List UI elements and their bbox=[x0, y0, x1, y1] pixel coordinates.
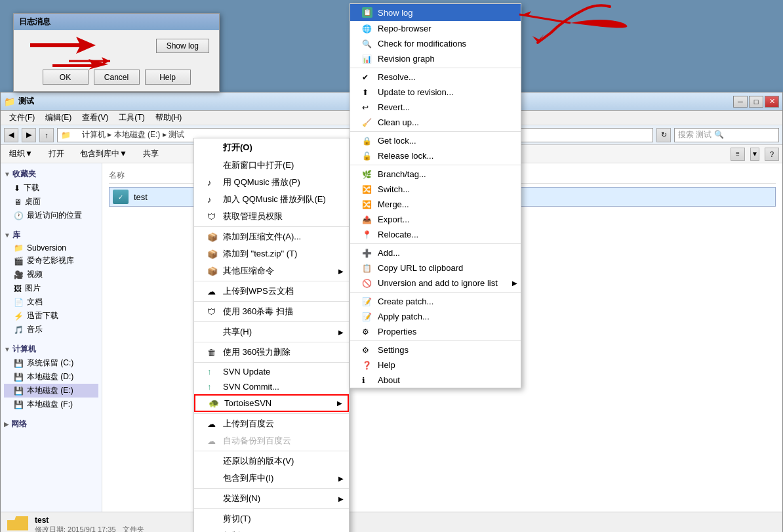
svn-relocate[interactable]: 📍 Relocate... bbox=[350, 227, 521, 242]
forward-button[interactable]: ▶ bbox=[22, 128, 36, 142]
menu-file[interactable]: 文件(F) bbox=[4, 112, 40, 123]
ctx-include-lib[interactable]: 包含到库中(I) ▶ bbox=[194, 470, 349, 487]
qqmusic-queue-icon: ♪ bbox=[207, 195, 218, 205]
sidebar-section-network: ▶ 网络 bbox=[1, 417, 102, 432]
svn-release-lock[interactable]: 🔓 Release lock... bbox=[350, 148, 521, 163]
ctx-admin[interactable]: 🛡 获取管理员权限 bbox=[194, 208, 349, 225]
svn-get-lock[interactable]: 🔒 Get lock... bbox=[350, 133, 521, 148]
svn-apply-patch[interactable]: 📝 Apply patch... bbox=[350, 309, 521, 324]
wps-icon: ☁ bbox=[207, 287, 218, 297]
baidu-upload-icon: ☁ bbox=[207, 419, 218, 429]
help-button[interactable]: Help bbox=[145, 70, 191, 85]
ctx-compress[interactable]: 📦 添加到压缩文件(A)... bbox=[194, 228, 349, 245]
help-icon-button[interactable]: ? bbox=[765, 148, 779, 161]
ctx-open[interactable]: 打开(O) bbox=[194, 138, 349, 157]
ctx-qqmusic-play[interactable]: ♪ 用 QQMusic 播放(P) bbox=[194, 174, 349, 191]
ctx-svn-update[interactable]: ↑ SVN Update bbox=[194, 364, 349, 379]
refresh-button[interactable]: ↻ bbox=[656, 128, 671, 142]
sidebar-item-pictures[interactable]: 🖼图片 bbox=[4, 281, 98, 295]
sidebar-item-video[interactable]: 🎥视频 bbox=[4, 268, 98, 281]
revision-graph-icon: 📊 bbox=[362, 54, 372, 64]
properties-icon: ⚙ bbox=[362, 327, 372, 337]
ctx-qqmusic-queue[interactable]: ♪ 加入 QQMusic 播放列队(E) bbox=[194, 191, 349, 208]
svn-help[interactable]: ❓ Help bbox=[350, 358, 521, 373]
back-button[interactable]: ◀ bbox=[4, 128, 18, 142]
sidebar-item-svn[interactable]: 📁Subversion bbox=[4, 242, 98, 254]
svn-switch[interactable]: 🔀 Switch... bbox=[350, 182, 521, 197]
view-toggle-button[interactable]: ≡ bbox=[731, 148, 745, 161]
organize-button[interactable]: 组织▼ bbox=[4, 147, 38, 161]
ok-button[interactable]: OK bbox=[43, 70, 89, 85]
svn-add[interactable]: ➕ Add... bbox=[350, 245, 521, 260]
svn-merge[interactable]: 🔀 Merge... bbox=[350, 197, 521, 212]
sidebar-item-f[interactable]: 💾本地磁盘 (F:) bbox=[4, 398, 98, 411]
ctx-360delete[interactable]: 🗑 使用 360强力删除 bbox=[194, 344, 349, 361]
breadcrumb: 计算机 ▸ 本地磁盘 (E:) ▸ 测试 bbox=[74, 129, 184, 140]
show-log-button[interactable]: Show log bbox=[156, 39, 209, 53]
sidebar-item-documents[interactable]: 📄文档 bbox=[4, 295, 98, 309]
svn-export[interactable]: 📤 Export... bbox=[350, 212, 521, 227]
svn-branch-tag[interactable]: 🌿 Branch/tag... bbox=[350, 167, 521, 182]
open-button[interactable]: 打开 bbox=[43, 147, 70, 161]
maximize-button[interactable]: □ bbox=[749, 96, 763, 108]
sidebar-item-d[interactable]: 💾本地磁盘 (D:) bbox=[4, 370, 98, 384]
svn-unversion[interactable]: 🚫 Unversion and add to ignore list ▶ bbox=[350, 276, 521, 291]
sidebar-item-desktop[interactable]: 🖥桌面 bbox=[4, 195, 98, 209]
sidebar-item-recent[interactable]: 🕐最近访问的位置 bbox=[4, 209, 98, 222]
ctx-other-compress[interactable]: 📦 其他压缩命令 ▶ bbox=[194, 262, 349, 279]
svn-revision-graph[interactable]: 📊 Revision graph bbox=[350, 51, 521, 66]
svn-revert[interactable]: ↩ Revert... bbox=[350, 100, 521, 115]
svn-show-log[interactable]: 📋 Show log bbox=[350, 4, 521, 21]
ctx-baidu-upload[interactable]: ☁ 上传到百度云 bbox=[194, 415, 349, 432]
svn-settings[interactable]: ⚙ Settings bbox=[350, 342, 521, 358]
sidebar-item-e[interactable]: 💾本地磁盘 (E:) bbox=[4, 384, 98, 398]
ctx-cut[interactable]: 剪切(T) bbox=[194, 510, 349, 527]
ctx-360scan[interactable]: 🛡 使用 360杀毒 扫描 bbox=[194, 303, 349, 320]
view-options-button[interactable]: ▼ bbox=[750, 148, 759, 161]
tortoisesvn-icon: 🐢 bbox=[209, 398, 219, 408]
ctx-new-window[interactable]: 在新窗口中打开(E) bbox=[194, 157, 349, 174]
close-button[interactable]: ✕ bbox=[765, 96, 779, 108]
ctx-wps[interactable]: ☁ 上传到WPS云文档 bbox=[194, 283, 349, 300]
svn-check-modifications[interactable]: 🔍 Check for modifications bbox=[350, 36, 521, 51]
up-button[interactable]: ↑ bbox=[39, 128, 54, 142]
ctx-restore[interactable]: 还原以前的版本(V) bbox=[194, 453, 349, 470]
ctx-svn-commit[interactable]: ↑ SVN Commit... bbox=[194, 379, 349, 394]
menu-edit[interactable]: 编辑(E) bbox=[40, 112, 77, 123]
menu-help[interactable]: 帮助(H) bbox=[150, 112, 188, 123]
svn-cleanup[interactable]: 🧹 Clean up... bbox=[350, 115, 521, 130]
include-lib-button[interactable]: 包含到库中▼ bbox=[75, 147, 132, 161]
ctx-tortoisesvn[interactable]: 🐢 TortoiseSVN ▶ bbox=[194, 394, 349, 412]
ctx-share[interactable]: 共享(H) ▶ bbox=[194, 323, 349, 340]
minimize-button[interactable]: ─ bbox=[733, 96, 748, 108]
compress-zip-icon: 📦 bbox=[207, 249, 218, 259]
search-box[interactable]: 搜索 测试 🔍 bbox=[674, 128, 779, 142]
show-log-icon: 📋 bbox=[362, 7, 372, 18]
explorer-sidebar: ▼ 收藏夹 ⬇下载 🖥桌面 🕐最近访问的位置 bbox=[1, 163, 102, 512]
svn-update-revision[interactable]: ⬆ Update to revision... bbox=[350, 85, 521, 100]
cancel-button[interactable]: Cancel bbox=[94, 70, 140, 85]
sidebar-item-thunder[interactable]: ⚡迅雷下载 bbox=[4, 309, 98, 323]
svn-create-patch[interactable]: 📝 Create patch... bbox=[350, 294, 521, 309]
svn-repo-browser[interactable]: 🌐 Repo-browser bbox=[350, 21, 521, 36]
ctx-send-to[interactable]: 发送到(N) ▶ bbox=[194, 490, 349, 507]
sidebar-item-c[interactable]: 💾系统保留 (C:) bbox=[4, 356, 98, 370]
sidebar-item-music[interactable]: 🎵音乐 bbox=[4, 323, 98, 337]
about-icon: ℹ bbox=[362, 376, 372, 385]
svn-about[interactable]: ℹ About bbox=[350, 373, 521, 388]
ctx-baidu-backup[interactable]: ☁ 自动备份到百度云 bbox=[194, 432, 349, 449]
sidebar-item-iqiyi[interactable]: 🎬爱奇艺影视库 bbox=[4, 254, 98, 268]
ctx-compress-zip[interactable]: 📦 添加到 "test.zip" (T) bbox=[194, 245, 349, 262]
svn-properties[interactable]: ⚙ Properties bbox=[350, 324, 521, 339]
menu-view[interactable]: 查看(V) bbox=[77, 112, 113, 123]
sidebar-item-download[interactable]: ⬇下载 bbox=[4, 181, 98, 195]
ctx-copy[interactable]: 复制(C) bbox=[194, 527, 349, 532]
add-icon: ➕ bbox=[362, 249, 372, 258]
svn-resolve[interactable]: ✔ Resolve... bbox=[350, 70, 521, 85]
svn-commit-icon: ↑ bbox=[207, 382, 218, 392]
menu-tools[interactable]: 工具(T) bbox=[113, 112, 150, 123]
share-button[interactable]: 共享 bbox=[138, 147, 164, 161]
computer-label: 计算机 bbox=[12, 344, 36, 355]
help-icon: ❓ bbox=[362, 361, 372, 370]
svn-copy-url[interactable]: 📋 Copy URL to clipboard bbox=[350, 260, 521, 276]
